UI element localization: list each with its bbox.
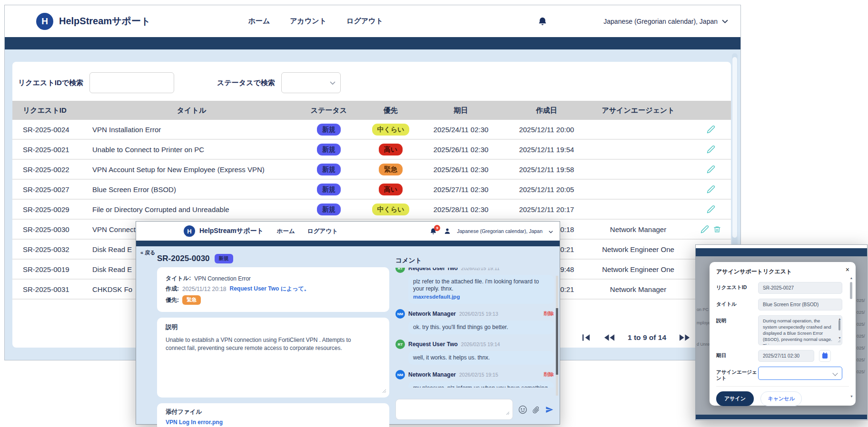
calendar-icon[interactable] [819,350,831,362]
cell-actions [690,220,731,239]
cell-request-id: SR-2025-0031 [12,280,89,299]
attachments-label: 添付ファイル [166,408,381,416]
send-comment-button[interactable] [545,406,554,414]
ticket-created-by-link[interactable]: Request User Two によって。 [230,285,310,293]
backdrop-text-fragment: on PC [697,307,709,312]
assign-dialog-title: アサインサポートリクエスト [716,268,849,276]
comment-header: RTRequest User Two2026/02/15 19:14 [395,340,554,349]
comment-timestamp: 2026/02/15 19:14 [461,341,500,347]
first-page-button[interactable] [582,334,591,341]
description-scrollbar-thumb[interactable] [838,320,840,330]
status-filter-select[interactable] [281,72,341,93]
main-header: H HelpStreamサポート ホーム アカウント ログアウト Japanes… [5,5,740,37]
notification-bell-icon[interactable]: 9 [430,227,437,235]
priority-badge: 緊急 [379,164,403,175]
detail-navy-bar [136,241,560,246]
comment-bubble: my pleasure. plz inform us when you have… [408,381,554,388]
locale-selector-label[interactable]: Japanese (Gregorian calendar), Japan [603,18,718,25]
ticket-status-badge: 新規 [215,254,233,263]
table-row[interactable]: SR-2025-0027Blue Screen Error (BSOD)新規高い… [12,180,731,200]
cell-title: File or Directory Corrupted and Unreadab… [89,200,291,219]
search-id-label: リクエストIDで検索 [18,78,83,87]
back-link[interactable]: « 戻る [140,249,155,256]
comment-delete-link[interactable]: 削除 [544,371,554,378]
scroll-down-icon[interactable]: ▼ [850,395,853,398]
cell-title: Blue Screen Error (BSOD) [89,180,291,199]
comments-scrollbar-track [556,276,558,396]
header-created: 作成日 [507,101,586,120]
next-page-button[interactable] [679,334,690,341]
edit-pencil-icon[interactable] [707,125,715,134]
comment-bubble: plz refer to the attached file. i'm look… [408,275,554,304]
dialog-scrollbar-thumb[interactable] [850,282,852,299]
due-date-field: 2025/27/11 02:30 [758,350,814,362]
scroll-up-icon[interactable]: ▲ [850,276,853,280]
delete-trash-icon[interactable] [713,225,721,233]
chevron-down-icon[interactable] [722,17,728,26]
detail-nav: ホーム ログアウト [277,227,338,235]
resize-handle-icon[interactable] [838,338,841,344]
cell-actions [690,140,731,159]
nav-home[interactable]: ホーム [248,17,270,26]
resize-handle-icon[interactable] [382,387,386,395]
notification-bell-icon[interactable] [538,16,547,27]
backdrop-text-fragment: 025/ [857,358,865,362]
comment-timestamp: 2026/02/15 19:11 [461,268,500,271]
avatar: RT [395,268,405,273]
status-badge: 新規 [317,144,341,155]
edit-pencil-icon[interactable] [707,165,715,174]
header-actions [690,101,731,120]
chevron-down-icon[interactable] [549,227,553,235]
cell-priority: 中くらい [367,200,414,219]
emoji-button[interactable] [518,405,527,414]
edit-pencil-icon[interactable] [707,205,715,214]
comment-header: NMNetwork Manager2026/02/15 19:15削除 [395,370,554,379]
assign-dialog: アサインサポートリクエスト × ▲ ▼ リクエストID SR-2025-0027… [710,262,856,406]
backdrop-text-fragment: 025/ [857,334,865,339]
backdrop-text-fragment: 025/ [857,322,865,327]
nav-logout[interactable]: ログアウト [307,227,338,235]
priority-badge: 中くらい [372,204,410,215]
nav-account[interactable]: アカウント [290,17,326,26]
helpstream-logo-icon: H [36,13,53,30]
nav-home[interactable]: ホーム [277,227,295,235]
description-card: 説明 Unable to establish a VPN connection … [157,318,389,398]
table-row[interactable]: SR-2025-0024VPN Installation Error新規中くらい… [12,120,731,140]
comment-timestamp: 2026/02/15 19:15 [459,372,498,378]
cell-due-date: 2025/27/11 02:30 [414,180,507,199]
comment-attachment-link[interactable]: maxresdefault.jpg [413,293,549,301]
attach-file-button[interactable] [533,406,540,414]
comment-input[interactable] [395,399,513,420]
header-agent: アサインエージェント [586,101,690,120]
table-row[interactable]: SR-2025-0022VPN Account Setup for New Em… [12,160,731,180]
edit-pencil-icon[interactable] [700,225,709,233]
cancel-button[interactable]: キャンセル [760,391,801,406]
user-icon[interactable] [444,228,451,234]
nav-logout[interactable]: ログアウト [346,17,383,26]
search-id-input[interactable] [89,72,174,93]
close-icon[interactable]: × [846,266,849,273]
previous-page-button[interactable] [603,334,615,341]
main-navy-bar [5,37,740,49]
table-row[interactable]: SR-2025-0029File or Directory Corrupted … [12,200,731,220]
header-status: ステータス [291,101,367,120]
locale-selector-label[interactable]: Japanese (Gregorian calendar), Japan [457,228,542,234]
cell-request-id: SR-2025-0027 [12,180,89,199]
description-field[interactable]: During normal operation, the system unex… [758,315,842,345]
assign-button[interactable]: アサイン [716,391,754,406]
edit-pencil-icon[interactable] [707,145,715,154]
cell-agent [586,140,690,159]
comments-scrollbar-thumb[interactable] [556,308,558,375]
header-title: タイトル [89,101,291,120]
header-priority: 優先 [367,101,414,120]
table-row[interactable]: SR-2025-0021Unable to Connect to Printer… [12,140,731,160]
resize-handle-icon[interactable] [506,408,510,417]
attachment-file-link[interactable]: VPN Log In error.png [166,419,223,426]
comment-header: RTRequest User Two2026/02/15 19:11 [395,268,554,273]
backdrop-text-fragment: 025/ [857,369,865,374]
agent-select[interactable] [758,367,842,380]
comment-delete-link[interactable]: 削除 [544,311,554,317]
main-scrollbar-thumb[interactable] [732,57,737,238]
comment-bubble: well, it works. it helps us. thnx. [408,351,554,365]
edit-pencil-icon[interactable] [707,185,715,194]
